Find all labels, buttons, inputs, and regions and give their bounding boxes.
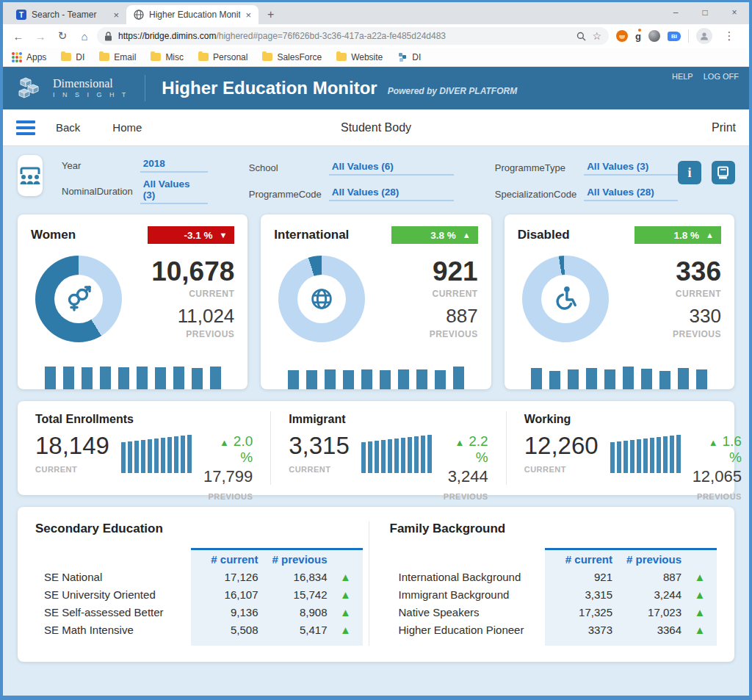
divider <box>688 29 689 43</box>
kpi-title: Disabled <box>518 228 570 242</box>
bookmark-apps[interactable]: Apps <box>12 52 46 62</box>
extension-orange-icon[interactable] <box>616 30 628 42</box>
current-value: 18,149 <box>35 433 109 459</box>
bar <box>63 367 74 389</box>
browser-menu-icon[interactable]: ⋮ <box>720 26 739 46</box>
bookmark-personal-folder[interactable]: Personal <box>198 52 247 62</box>
table-row[interactable]: International Background921887▲ <box>390 568 717 585</box>
bookmark-email-folder[interactable]: Email <box>99 52 136 62</box>
tab-close-icon[interactable]: × <box>245 10 251 21</box>
bookmark-star-icon[interactable]: ☆ <box>592 30 601 42</box>
student-body-icon-card[interactable] <box>18 155 43 196</box>
maximize-button[interactable]: □ <box>690 2 720 23</box>
filter-value-nominalduration[interactable]: All Values (3) <box>140 178 208 204</box>
metric-title: Total Enrollments <box>35 413 253 426</box>
home-link[interactable]: Home <box>112 121 142 134</box>
column-header-current: # current <box>191 553 260 566</box>
badge-value: 1.8 % <box>674 230 700 241</box>
previous-cell: 17,023 <box>614 606 683 618</box>
table-title: Family Background <box>390 522 717 536</box>
bar <box>388 439 392 473</box>
bar <box>210 367 221 389</box>
bar <box>623 367 634 389</box>
extension-sphere-icon[interactable] <box>648 30 660 42</box>
current-cell: 17,325 <box>545 606 614 618</box>
filter-value-programmetype[interactable]: All Values (3) <box>584 161 678 176</box>
table-row[interactable]: Immigrant Background3,3153,244▲ <box>390 585 717 603</box>
extension-bi-icon[interactable]: BI <box>668 32 681 41</box>
row-label: Higher Education Pioneer <box>390 624 546 636</box>
bookmark-di-site[interactable]: DI <box>397 52 421 62</box>
table-row[interactable]: Native Speakers17,32517,023▲ <box>390 603 717 621</box>
filter-value-programmecode[interactable]: All Values (28) <box>329 187 454 201</box>
metric-working[interactable]: Working 12,260 CURRENT ▲1.6 % 12,065 PRE… <box>506 411 749 485</box>
close-button[interactable]: × <box>720 2 749 23</box>
table-row[interactable]: SE National17,12616,834▲ <box>35 568 363 585</box>
table-row[interactable]: SE University Oriented16,10715,742▲ <box>35 585 363 603</box>
up-arrow-icon: ▲ <box>683 571 717 583</box>
change-badge: -3.1 % ▼ <box>148 226 234 244</box>
back-nav-icon[interactable]: ← <box>9 26 28 46</box>
profile-avatar[interactable] <box>696 28 712 44</box>
minimize-button[interactable]: – <box>661 2 690 23</box>
table-row[interactable]: SE Self-assessed Better9,1368,908▲ <box>35 603 363 621</box>
bookmark-label: Email <box>114 52 136 62</box>
row-label: Native Speakers <box>390 606 546 618</box>
divider <box>145 75 145 101</box>
teamer-favicon-icon: T <box>16 10 26 20</box>
bar <box>45 367 56 389</box>
kpi-card-international[interactable]: International 3.8 % ▲ <box>261 214 491 389</box>
tab-close-icon[interactable]: × <box>113 10 119 21</box>
bar <box>361 442 366 473</box>
url-text: https://bridge.dimins.com/highered#page=… <box>118 31 571 41</box>
glossary-button[interactable] <box>712 161 735 184</box>
logoff-link[interactable]: LOG OFF <box>704 72 739 81</box>
filter-label-school: School <box>249 162 322 173</box>
tab-search-teamer[interactable]: T Search - Teamer × <box>9 5 126 24</box>
forward-nav-icon[interactable]: → <box>31 26 50 46</box>
bookmark-website-folder[interactable]: Website <box>336 52 383 62</box>
table-row[interactable]: SE Math Intensive5,5085,417▲ <box>35 621 363 638</box>
filter-value-specializationcode[interactable]: All Values (28) <box>584 187 678 201</box>
filter-value-school[interactable]: All Values (6) <box>329 161 454 176</box>
kpi-card-women[interactable]: Women -3.1 % ▼ <box>18 214 247 389</box>
row-label: International Background <box>390 571 546 583</box>
metric-immigrant[interactable]: Immigrant 3,315 CURRENT ▲2.2 % 3,244 PRE… <box>270 411 505 485</box>
new-tab-button[interactable]: + <box>258 5 283 24</box>
help-link[interactable]: HELP <box>672 72 693 81</box>
previous-label: PREVIOUS <box>203 492 253 501</box>
trend-arrow-icon: ▲ <box>463 231 471 239</box>
folder-icon <box>336 53 347 61</box>
previous-cell: 3364 <box>614 624 683 636</box>
bar <box>427 435 432 473</box>
change-badge: 3.8 % ▲ <box>391 226 478 244</box>
bar <box>141 440 145 473</box>
bookmark-misc-folder[interactable]: Misc <box>151 52 184 62</box>
back-link[interactable]: Back <box>56 121 80 134</box>
kpi-card-disabled[interactable]: Disabled 1.8 % ▲ <box>505 214 734 389</box>
bar <box>134 441 139 473</box>
previous-cell: 887 <box>614 571 683 583</box>
tab-higher-education-monitor[interactable]: Higher Education Monitor Power × <box>126 5 258 24</box>
zoom-page-icon[interactable] <box>576 32 586 41</box>
bookmark-salesforce-folder[interactable]: SalesForce <box>262 52 322 62</box>
address-input[interactable]: https://bridge.dimins.com/highered#page=… <box>97 27 609 45</box>
folder-icon <box>198 53 209 61</box>
bar <box>617 441 621 473</box>
mini-bar-chart <box>531 367 707 389</box>
bookmark-di-folder[interactable]: DI <box>61 52 84 62</box>
home-icon[interactable]: ⌂ <box>75 26 94 46</box>
current-label: CURRENT <box>122 289 234 299</box>
print-link[interactable]: Print <box>712 121 736 134</box>
filter-value-year[interactable]: 2018 <box>140 158 208 173</box>
women-donut-chart <box>35 256 122 342</box>
metric-total-enrollments[interactable]: Total Enrollments 18,149 CURRENT ▲2.0 % … <box>18 411 270 485</box>
badge-value: 3.8 % <box>430 230 456 241</box>
reload-icon[interactable]: ↻ <box>53 26 72 46</box>
extension-g-icon[interactable]: g <box>635 31 641 42</box>
change-value: ▲2.0 % <box>203 433 253 466</box>
info-button[interactable]: i <box>678 161 701 184</box>
tables-card: Secondary Education # current # previous… <box>18 507 734 662</box>
hamburger-menu-icon[interactable] <box>16 120 35 135</box>
table-row[interactable]: Higher Education Pioneer33733364▲ <box>390 621 717 638</box>
